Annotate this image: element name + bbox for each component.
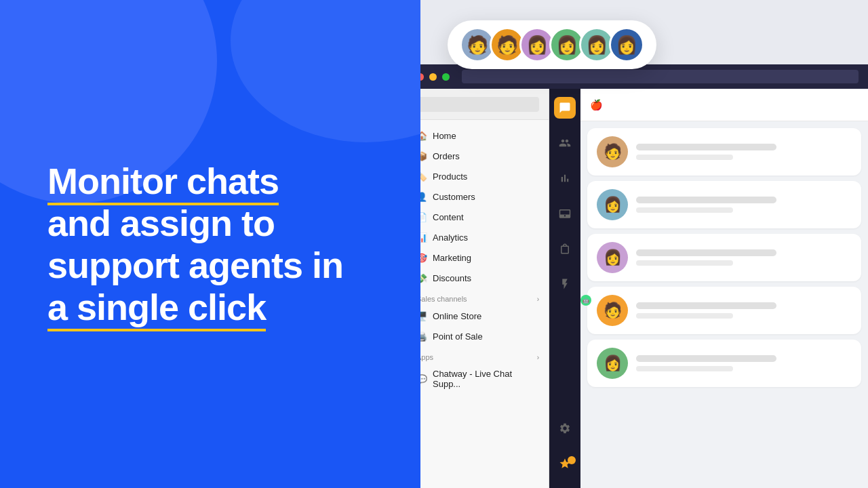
chat-line-5b: [636, 366, 733, 371]
chat-item-2[interactable]: 👩: [587, 181, 861, 228]
icon-bar-bag[interactable]: [554, 238, 576, 260]
chat-lines-2: [636, 197, 852, 213]
apple-icon: 🍎: [590, 99, 603, 111]
icon-bar-star[interactable]: [554, 453, 576, 474]
sidebar-item-analytics[interactable]: 📊 Analytics: [407, 227, 549, 247]
sidebar-item-discounts-label: Discounts: [433, 273, 471, 283]
sidebar-item-content-label: Content: [433, 212, 464, 222]
sidebar-item-products-label: Products: [433, 171, 467, 182]
sidebar-item-chatway-label: Chatway - Live Chat Supp...: [433, 369, 539, 389]
notification-dot: [568, 456, 576, 464]
icon-bar-gear[interactable]: [554, 418, 576, 439]
browser-window: 🏠 Home 📦 Orders 🏷️ Products 👤 Customers …: [407, 64, 868, 488]
chat-list: 🧑 👩 👩: [580, 121, 868, 394]
hero-line-3: support agents in: [47, 245, 343, 285]
sidebar-item-pos-label: Point of Sale: [433, 331, 483, 342]
chat-avatar-1: 🧑: [597, 136, 628, 167]
icon-bar: [549, 89, 580, 488]
icon-bar-bottom-group: [549, 418, 580, 474]
icon-bar-tablet[interactable]: [554, 203, 576, 224]
shopify-sidebar: 🏠 Home 📦 Orders 🏷️ Products 👤 Customers …: [407, 89, 549, 488]
icon-bar-users[interactable]: [554, 132, 576, 154]
hero-line-4: a single click: [47, 287, 266, 331]
chat-avatar-5: 👩: [597, 348, 628, 379]
sidebar-item-customers[interactable]: 👤 Customers: [407, 186, 549, 207]
icon-bar-chart[interactable]: [554, 167, 576, 189]
chat-lines-3: [636, 249, 852, 266]
chat-avatar-2: 👩: [597, 189, 628, 220]
chat-line-1b: [636, 155, 733, 160]
sidebar-menu: 🏠 Home 📦 Orders 🏷️ Products 👤 Customers …: [407, 120, 549, 399]
chat-line-4b: [636, 313, 733, 319]
chat-item-4[interactable]: 🧑: [587, 287, 861, 334]
chevron-right-icon: ›: [537, 296, 539, 303]
chat-lines-4: [636, 302, 852, 319]
chat-item-5[interactable]: 👩: [587, 340, 861, 387]
chat-item-1[interactable]: 🧑: [587, 128, 861, 176]
chat-item-3[interactable]: 👩: [587, 234, 861, 281]
sidebar-item-online-store[interactable]: 🖥️ Online Store: [407, 306, 549, 326]
chat-lines-1: [636, 144, 852, 160]
sidebar-item-marketing[interactable]: 🎯 Marketing: [407, 247, 549, 268]
apps-divider: Apps ›: [407, 346, 549, 364]
sales-channels-divider: Sales channels ›: [407, 288, 549, 306]
chat-line-3b: [636, 260, 733, 266]
right-panel: 🧑 🧑 👩 👩 👩 👩 🏠 Home 📦: [393, 0, 868, 488]
chat-area: 🍎 🧑 👩 👩: [580, 89, 868, 488]
hero-line-2: and assign to: [47, 203, 275, 243]
cluster-avatar-6: 👩: [609, 27, 644, 62]
sidebar-item-online-store-label: Online Store: [433, 311, 481, 321]
sales-channels-label: Sales channels: [416, 295, 467, 303]
browser-url-bar: [462, 70, 859, 83]
sidebar-item-customers-label: Customers: [433, 192, 475, 202]
chat-line-4a: [636, 302, 776, 309]
sidebar-item-orders[interactable]: 📦 Orders: [407, 146, 549, 166]
chat-avatar-4: 🧑: [597, 295, 628, 326]
hero-text-block: Monitor chats and assign to support agen…: [47, 160, 373, 328]
icon-bar-chat[interactable]: [554, 97, 576, 119]
sidebar-item-orders-label: Orders: [433, 151, 460, 161]
chat-avatar-3: 👩: [597, 242, 628, 273]
android-badge: 🤖: [580, 295, 591, 306]
chat-lines-5: [636, 355, 852, 371]
sidebar-item-home-label: Home: [433, 131, 456, 141]
sidebar-search-bar: [416, 97, 539, 112]
chat-line-3a: [636, 249, 776, 256]
sidebar-item-discounts[interactable]: 💸 Discounts: [407, 268, 549, 288]
browser-dot-yellow: [429, 73, 437, 81]
chat-line-1a: [636, 144, 776, 150]
apps-chevron-icon: ›: [537, 354, 539, 361]
sidebar-item-home[interactable]: 🏠 Home: [407, 125, 549, 146]
sidebar-item-chatway[interactable]: 💬 Chatway - Live Chat Supp...: [407, 364, 549, 394]
sidebar-item-content[interactable]: 📄 Content: [407, 207, 549, 227]
left-panel: Monitor chats and assign to support agen…: [0, 0, 420, 488]
sidebar-header: [407, 89, 549, 120]
sidebar-item-products[interactable]: 🏷️ Products: [407, 166, 549, 186]
chat-line-2a: [636, 197, 776, 203]
chat-line-5a: [636, 355, 776, 362]
sidebar-item-point-of-sale[interactable]: 🖨️ Point of Sale: [407, 326, 549, 346]
avatar-cluster-popup: 🧑 🧑 👩 👩 👩 👩: [448, 20, 656, 69]
browser-dot-green: [442, 73, 450, 81]
chat-header: 🍎: [580, 89, 868, 121]
icon-bar-lightning[interactable]: [554, 273, 576, 295]
hero-line-1: Monitor chats: [47, 161, 279, 205]
sidebar-item-analytics-label: Analytics: [433, 232, 468, 243]
chat-line-2b: [636, 207, 733, 213]
sidebar-item-marketing-label: Marketing: [433, 253, 471, 263]
